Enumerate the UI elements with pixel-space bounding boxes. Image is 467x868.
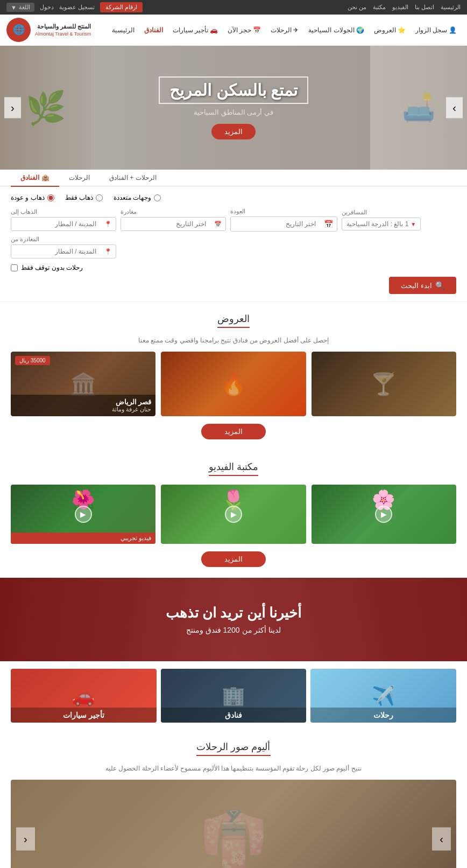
top-bar: الرئيسية اتصل بنا الفيديو مكتبة من نحن ا… — [0, 0, 467, 15]
play-btn-1[interactable]: ▶ — [375, 506, 392, 523]
video-section: مكتبة الفيديو 🌸 ▶ 🌷 ▶ 🌺 ▶ فيديو تجريبي ا… — [0, 450, 467, 578]
nav-video-link[interactable]: الفيديو — [392, 4, 408, 11]
offers-section: العروض إحصل على أفضل العروض من فنادق تتي… — [0, 302, 467, 450]
passengers-label: المسافرين — [342, 209, 367, 216]
nonstop-checkbox[interactable] — [11, 264, 18, 271]
nav-about-link[interactable]: من نحن — [348, 4, 366, 11]
radio-oneway[interactable]: ذهاب فقط — [65, 194, 103, 201]
nav-trips-link[interactable]: ✈ الرحلات — [267, 24, 302, 36]
offer-card-2[interactable]: 🔥 — [161, 352, 306, 416]
nav-book-link[interactable]: 📅 حجز الآن — [224, 24, 265, 36]
search-button[interactable]: 🔍 ابدء البحث — [389, 277, 456, 294]
nav-tours-link[interactable]: 🌍 الجولات السياحية — [305, 24, 367, 36]
departure-input[interactable] — [11, 245, 101, 258]
hero-arrow-right[interactable]: › — [446, 97, 463, 118]
offers-grid: 🍸 🔥 🏛️ قصر الرياض حنان غرفة ومائة 35000 … — [11, 352, 456, 416]
departure-field: المغادرة من 📍 — [11, 236, 116, 258]
offer-title-3: قصر الرياض — [15, 398, 151, 406]
calendar2-icon: 📅 — [210, 218, 225, 230]
search-btn-wrap: 🔍 ابدء البحث — [11, 277, 456, 294]
radio-multi-input[interactable] — [154, 194, 161, 201]
radio-multi[interactable]: وجهات متعددة — [114, 194, 161, 201]
banner-title: أخيرنا أين تريد ان تذهب — [11, 605, 456, 621]
cars-label: تأجير سيارات — [11, 708, 157, 723]
album-title: أليوم صور الرحلات — [196, 741, 270, 756]
return-label: العودة — [230, 208, 245, 215]
offers-title: العروض — [217, 313, 250, 328]
tab-trips[interactable]: الرحلات — [59, 170, 100, 187]
passengers-select[interactable]: ▼ 1 بالغ : الدرجة السياحية — [342, 218, 421, 230]
banner-content: أخيرنا أين تريد ان تذهب لدينا أكثر من 12… — [11, 605, 456, 634]
tab-hotels[interactable]: 🏨 الفنادق — [11, 170, 59, 187]
company-btn[interactable]: ارقام الشركة — [100, 2, 143, 12]
red-banner: أخيرنا أين تريد ان تذهب لدينا أكثر من 12… — [0, 578, 467, 661]
logo-icon: 🌐 — [6, 18, 31, 42]
visitors-icon: 👤 — [449, 26, 457, 34]
offer-card-1[interactable]: 🍸 — [312, 352, 456, 416]
chevron-icon: ▼ — [411, 221, 416, 227]
offers-more-btn[interactable]: المزيد — [201, 424, 266, 439]
offer-overlay-3: قصر الرياض حنان غرفة ومائة — [11, 395, 155, 416]
offers-title-wrap: العروض — [11, 313, 456, 331]
car-icon: 🚗 — [210, 26, 218, 34]
nav-links: 👤 سجل الزوار ⭐ العروض 🌍 الجولات السياحية… — [108, 24, 461, 36]
banner-subtitle: لدينا أكثر من 1200 فندق ومنتج — [11, 626, 456, 634]
login-link[interactable]: دخول — [40, 4, 54, 11]
play-btn-2[interactable]: ▶ — [225, 506, 242, 523]
nav-visitors-link[interactable]: 👤 سجل الزوار — [412, 24, 461, 36]
logo-line1: المنتج للسفر والسياحة — [35, 23, 91, 31]
hero-title: تمتع بالسكن المريح — [159, 76, 308, 104]
video-title-wrap: مكتبة الفيديو — [11, 461, 456, 479]
nav-main-link[interactable]: الرئيسية — [108, 24, 138, 36]
depart-date-input[interactable] — [121, 218, 210, 230]
return-date-input-wrap: 📅 — [230, 216, 337, 232]
star-icon: ⭐ — [398, 26, 406, 34]
top-bar-left: ارقام الشركة تسجيل عضوية دخول اللغة ▼ — [6, 2, 143, 12]
nav-cars-link[interactable]: 🚗 تأجير سيارات — [169, 24, 222, 36]
search-tabs: الرحلات + الفنادق الرحلات 🏨 الفنادق — [0, 170, 467, 186]
nav-hotels-link[interactable]: الفنادق — [140, 24, 167, 36]
play-overlay-1: ▶ — [312, 485, 456, 544]
video-title: مكتبة الفيديو — [209, 461, 258, 476]
departure-input-wrap: 📍 — [11, 244, 116, 258]
radio-roundtrip-input[interactable] — [47, 194, 54, 201]
search-row-1: المسافرين ▼ 1 بالغ : الدرجة السياحية الع… — [11, 208, 456, 258]
arrival-input[interactable] — [11, 218, 101, 230]
cat-hotels[interactable]: 🏢 فنادق — [161, 669, 307, 723]
category-grid: ✈️ رحلات 🏢 فنادق 🚗 تأجير سيارات — [0, 661, 467, 730]
video-card-3[interactable]: 🌺 ▶ فيديو تجريبي — [11, 485, 155, 544]
video-more-wrap: المزيد — [11, 551, 456, 567]
lang-btn[interactable]: اللغة ▼ — [6, 3, 34, 12]
video-card-2[interactable]: 🌷 ▶ — [161, 485, 306, 544]
album-slide: 👘 — [11, 780, 456, 868]
nav-offers-link[interactable]: ⭐ العروض — [370, 24, 409, 36]
tab-hotels-trips[interactable]: الرحلات + الفنادق — [100, 170, 166, 187]
fire-icon: 🔥 — [161, 352, 306, 416]
slider-arrow-left[interactable]: ‹ — [16, 828, 35, 851]
album-desc: نتيح أليوم صور لكل رحلة تقوم المؤسسة بتن… — [11, 765, 456, 772]
plane-icon: ✈ — [293, 26, 299, 34]
hero-more-btn[interactable]: المزيد — [211, 124, 256, 139]
nav-contact-link[interactable]: اتصل بنا — [415, 4, 434, 11]
offer-card-3[interactable]: 🏛️ قصر الرياض حنان غرفة ومائة 35000 ريال — [11, 352, 155, 416]
radio-oneway-input[interactable] — [96, 194, 103, 201]
cat-cars[interactable]: 🚗 تأجير سيارات — [11, 669, 157, 723]
cat-trips[interactable]: ✈️ رحلات — [310, 669, 456, 723]
hero-banner: 🌿 🛋️ تمتع بالسكن المريح في أرمى المناطق … — [0, 46, 467, 170]
depart-date-field: مغادرة 📅 — [121, 208, 226, 231]
nav-home-link[interactable]: الرئيسية — [441, 4, 461, 11]
hero-arrow-left[interactable]: ‹ — [4, 97, 21, 118]
logo-line2: Almontaj Travel & Tourism — [35, 31, 91, 38]
top-bar-right: الرئيسية اتصل بنا الفيديو مكتبة من نحن — [348, 4, 461, 11]
return-date-input[interactable] — [231, 218, 320, 230]
slider-arrow-right[interactable]: › — [432, 828, 451, 851]
play-btn-3[interactable]: ▶ — [75, 506, 92, 523]
video-card-1[interactable]: 🌸 ▶ — [312, 485, 456, 544]
hotels-label: فنادق — [161, 708, 307, 723]
offer-price-badge: 35000 ريال — [15, 356, 50, 365]
register-link[interactable]: تسجيل عضوية — [59, 4, 95, 11]
nav-library-link[interactable]: مكتبة — [373, 4, 386, 11]
video-more-btn[interactable]: المزيد — [201, 551, 266, 567]
radio-roundtrip[interactable]: ذهاب و عودة — [11, 194, 54, 201]
arrival-label: الذهاب إلى — [11, 208, 37, 215]
